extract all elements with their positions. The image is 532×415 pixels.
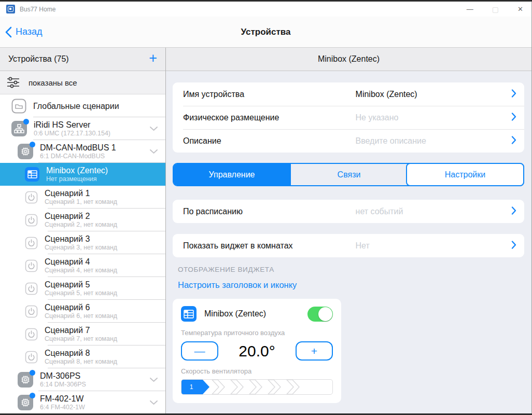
back-chevron-icon [5,26,12,38]
temperature-value: 20.0° [239,342,275,360]
fan-speed-slider[interactable]: 1 [181,379,333,395]
chip-icon [18,372,33,388]
row-schedule[interactable]: По расписанию нет событий [173,200,524,223]
detail-header: Minibox (Zentec) [166,48,531,71]
tree-item-scenario-4[interactable]: Сценарий 4 Сценарий 4, нет команд [0,254,165,277]
field-value: Не указано [356,113,399,122]
chip-icon [18,395,33,410]
row-value: нет событий [356,207,403,216]
tree-item-scenario-7[interactable]: Сценарий 7 Сценарий 7, нет команд [0,323,165,345]
tree-item-subtitle: Нет размещения [46,175,108,183]
tree-item-scenario-6[interactable]: Сценарий 6 Сценарий 6, нет команд [0,300,165,323]
tree-item-label: FM-402-1W [40,394,85,404]
tree-item-label: iRidi HS Server [34,120,110,130]
close-icon[interactable]: ✕ [517,6,523,12]
maximize-icon[interactable]: ▢ [492,6,499,13]
field-description[interactable]: Описание Введите описание [173,129,524,153]
filter-label: показаны все [29,78,77,87]
tree-item-subtitle: 6:1 DM-CAN-ModBUS [40,153,116,160]
tree-item-subtitle: Сценарий 3, нет команд [45,244,117,252]
filter-row[interactable]: показаны все [0,71,165,94]
status-badge [30,142,35,147]
fan-speed-steps [211,379,301,395]
schedule-card: По расписанию нет событий [173,200,524,223]
tree-item-label: Сценарий 6 [45,302,117,312]
power-icon [25,328,38,341]
temperature-increase-button[interactable]: + [296,341,333,361]
add-device-button[interactable]: + [149,51,157,65]
chevron-right-icon [511,112,516,123]
sidebar-title: Устройства (75) [8,54,69,64]
tree-item-dm-can-modbus-1[interactable]: DM-CAN-ModBUS 1 6:1 DM-CAN-ModBUS [0,140,165,163]
field-label: Физическое размещение [183,113,279,122]
back-button[interactable]: Назад [5,26,43,38]
field-label: Имя устройства [183,90,244,99]
chevron-down-icon[interactable] [149,124,158,133]
power-icon [25,351,38,364]
tree-item-scenario-1[interactable]: Сценарий 1 Сценарий 1, нет команд [0,186,165,209]
tree-item-global-scenarios[interactable]: Глобальные сценарии [0,94,165,117]
device-tree: Глобальные сценарии iRidi HS Server 0:6 … [0,94,165,413]
tree-item-label: Сценарий 8 [45,348,117,358]
app-window: Bus77 Home — ▢ ✕ Назад Устройства Устрой… [0,2,532,413]
power-icon [25,191,38,204]
tree-item-iridi-hs-server[interactable]: iRidi HS Server 0:6 UMC (172.17.130.154) [0,117,165,140]
fan-step-chevron-icon[interactable] [248,379,263,395]
tree-item-minibox-zentec[interactable]: Minibox (Zentec) Нет размещения [0,163,165,186]
back-label: Назад [16,26,43,37]
fan-step-chevron-icon[interactable] [211,379,226,395]
tab-settings[interactable]: Настройки [406,163,524,186]
tree-item-scenario-8[interactable]: Сценарий 8 Сценарий 8, нет команд [0,345,165,368]
grid-icon [25,167,39,182]
tree-item-dm-306ps[interactable]: DM-306PS 6:14 DM-306PS [0,368,165,391]
field-value: Minibox (Zentec) [356,90,417,99]
field-label: Описание [183,136,221,146]
chevron-down-icon[interactable] [149,375,158,384]
fan-step-chevron-icon[interactable] [285,379,301,395]
fan-step-chevron-icon[interactable] [229,379,245,395]
tree-item-subtitle: Сценарий 1, нет команд [45,198,117,206]
row-show-widget-in-rooms[interactable]: Показать виджет в комнатах Нет [173,234,524,257]
chevron-down-icon[interactable] [149,147,158,156]
tree-item-subtitle: Сценарий 2, нет команд [45,221,117,229]
field-physical-location[interactable]: Физическое размещение Не указано [173,106,524,129]
configure-title-icon-link[interactable]: Настроить заголовок и иконку [178,280,524,290]
power-icon [25,305,38,318]
fan-speed-current[interactable]: 1 [181,379,209,395]
widget-section-label: ОТОБРАЖЕНИЕ ВИДЖЕТА [178,266,524,273]
tree-item-label: Minibox (Zentec) [46,165,108,175]
field-device-name[interactable]: Имя устройства Minibox (Zentec) [173,82,524,106]
tree-item-subtitle: Сценарий 8, нет команд [45,358,117,366]
widget-enabled-toggle[interactable] [307,307,333,322]
tree-item-subtitle: 0:6 UMC (172.17.130.154) [34,130,110,137]
tree-item-scenario-3[interactable]: Сценарий 3 Сценарий 3, нет команд [0,231,165,254]
tree-item-label: Сценарий 3 [45,234,117,244]
power-icon [25,282,38,295]
temperature-label: Температура приточного воздуха [181,329,333,337]
field-value: Введите описание [356,136,426,146]
power-icon [25,259,38,272]
title-bar: Bus77 Home — ▢ ✕ [0,2,531,17]
detail-panel: Minibox (Zentec) Имя устройства Minibox … [166,48,531,413]
tree-item-label: Сценарий 1 [45,188,117,198]
power-icon [25,237,38,250]
rooms-card: Показать виджет в комнатах Нет [173,234,524,257]
server-icon [11,121,27,136]
power-icon [25,214,38,227]
nav-header: Назад Устройства [0,17,531,48]
tree-item-label: Сценарий 4 [45,257,117,267]
widget-grid-icon [181,306,197,322]
tab-links[interactable]: Связи [290,164,407,185]
minimize-icon[interactable]: — [467,6,473,12]
row-label: По расписанию [183,207,243,216]
fan-step-chevron-icon[interactable] [267,379,282,395]
temperature-decrease-button[interactable]: — [181,341,218,361]
tree-item-subtitle: 6:4 FM-402-1W [40,404,85,411]
tree-item-fm-402-1w[interactable]: FM-402-1W 6:4 FM-402-1W [0,391,165,413]
tree-item-scenario-2[interactable]: Сценарий 2 Сценарий 2, нет команд [0,209,165,231]
tab-control[interactable]: Управление [174,164,290,185]
filter-sliders-icon [7,77,20,88]
chevron-down-icon[interactable] [149,398,158,407]
widget-preview-card: Minibox (Zentec) Температура приточного … [173,299,341,403]
tree-item-scenario-5[interactable]: Сценарий 5 Сценарий 5, нет команд [0,277,165,300]
